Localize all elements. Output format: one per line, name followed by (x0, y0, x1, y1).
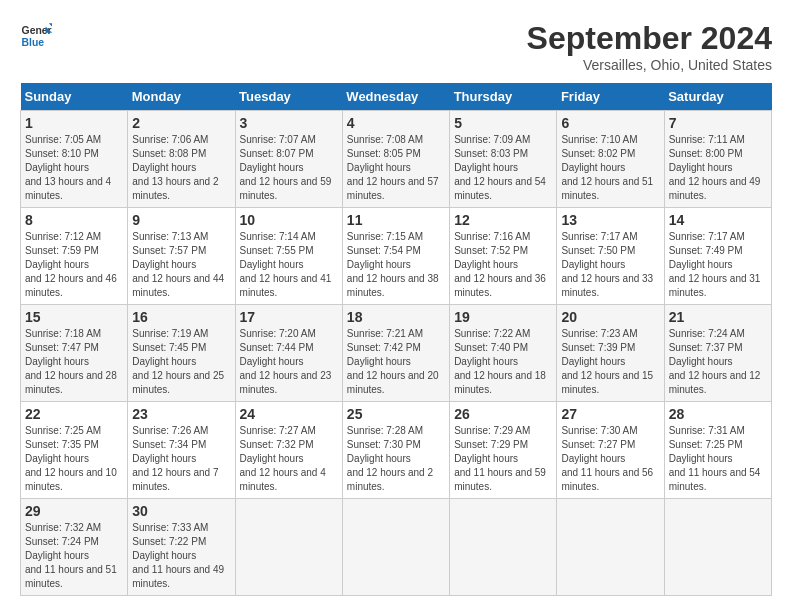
calendar-cell (235, 499, 342, 596)
calendar-cell: 2 Sunrise: 7:06 AM Sunset: 8:08 PM Dayli… (128, 111, 235, 208)
day-number: 21 (669, 309, 767, 325)
calendar-week-2: 8 Sunrise: 7:12 AM Sunset: 7:59 PM Dayli… (21, 208, 772, 305)
calendar-cell: 22 Sunrise: 7:25 AM Sunset: 7:35 PM Dayl… (21, 402, 128, 499)
day-number: 17 (240, 309, 338, 325)
calendar-cell (342, 499, 449, 596)
day-number: 23 (132, 406, 230, 422)
day-number: 27 (561, 406, 659, 422)
day-info: Sunrise: 7:22 AM Sunset: 7:40 PM Dayligh… (454, 327, 552, 397)
header-row: Sunday Monday Tuesday Wednesday Thursday… (21, 83, 772, 111)
day-info: Sunrise: 7:11 AM Sunset: 8:00 PM Dayligh… (669, 133, 767, 203)
day-number: 22 (25, 406, 123, 422)
header: General Blue September 2024 Versailles, … (20, 20, 772, 73)
day-info: Sunrise: 7:19 AM Sunset: 7:45 PM Dayligh… (132, 327, 230, 397)
day-number: 8 (25, 212, 123, 228)
calendar-cell: 6 Sunrise: 7:10 AM Sunset: 8:02 PM Dayli… (557, 111, 664, 208)
location: Versailles, Ohio, United States (527, 57, 772, 73)
day-info: Sunrise: 7:06 AM Sunset: 8:08 PM Dayligh… (132, 133, 230, 203)
day-info: Sunrise: 7:13 AM Sunset: 7:57 PM Dayligh… (132, 230, 230, 300)
day-info: Sunrise: 7:18 AM Sunset: 7:47 PM Dayligh… (25, 327, 123, 397)
calendar-table: Sunday Monday Tuesday Wednesday Thursday… (20, 83, 772, 596)
calendar-cell: 20 Sunrise: 7:23 AM Sunset: 7:39 PM Dayl… (557, 305, 664, 402)
day-info: Sunrise: 7:33 AM Sunset: 7:22 PM Dayligh… (132, 521, 230, 591)
day-number: 11 (347, 212, 445, 228)
day-number: 20 (561, 309, 659, 325)
calendar-cell: 27 Sunrise: 7:30 AM Sunset: 7:27 PM Dayl… (557, 402, 664, 499)
day-info: Sunrise: 7:14 AM Sunset: 7:55 PM Dayligh… (240, 230, 338, 300)
svg-text:Blue: Blue (22, 37, 45, 48)
day-info: Sunrise: 7:09 AM Sunset: 8:03 PM Dayligh… (454, 133, 552, 203)
calendar-cell: 17 Sunrise: 7:20 AM Sunset: 7:44 PM Dayl… (235, 305, 342, 402)
day-info: Sunrise: 7:10 AM Sunset: 8:02 PM Dayligh… (561, 133, 659, 203)
day-info: Sunrise: 7:23 AM Sunset: 7:39 PM Dayligh… (561, 327, 659, 397)
day-number: 15 (25, 309, 123, 325)
day-info: Sunrise: 7:26 AM Sunset: 7:34 PM Dayligh… (132, 424, 230, 494)
day-info: Sunrise: 7:05 AM Sunset: 8:10 PM Dayligh… (25, 133, 123, 203)
day-info: Sunrise: 7:16 AM Sunset: 7:52 PM Dayligh… (454, 230, 552, 300)
day-number: 29 (25, 503, 123, 519)
logo: General Blue (20, 20, 52, 52)
calendar-cell: 30 Sunrise: 7:33 AM Sunset: 7:22 PM Dayl… (128, 499, 235, 596)
day-info: Sunrise: 7:25 AM Sunset: 7:35 PM Dayligh… (25, 424, 123, 494)
day-info: Sunrise: 7:17 AM Sunset: 7:49 PM Dayligh… (669, 230, 767, 300)
col-thursday: Thursday (450, 83, 557, 111)
calendar-cell: 13 Sunrise: 7:17 AM Sunset: 7:50 PM Dayl… (557, 208, 664, 305)
day-number: 1 (25, 115, 123, 131)
title-area: September 2024 Versailles, Ohio, United … (527, 20, 772, 73)
day-info: Sunrise: 7:24 AM Sunset: 7:37 PM Dayligh… (669, 327, 767, 397)
day-number: 2 (132, 115, 230, 131)
calendar-cell: 21 Sunrise: 7:24 AM Sunset: 7:37 PM Dayl… (664, 305, 771, 402)
day-number: 19 (454, 309, 552, 325)
calendar-cell (557, 499, 664, 596)
day-number: 30 (132, 503, 230, 519)
calendar-cell: 9 Sunrise: 7:13 AM Sunset: 7:57 PM Dayli… (128, 208, 235, 305)
calendar-cell: 26 Sunrise: 7:29 AM Sunset: 7:29 PM Dayl… (450, 402, 557, 499)
calendar-week-4: 22 Sunrise: 7:25 AM Sunset: 7:35 PM Dayl… (21, 402, 772, 499)
calendar-cell: 24 Sunrise: 7:27 AM Sunset: 7:32 PM Dayl… (235, 402, 342, 499)
col-sunday: Sunday (21, 83, 128, 111)
calendar-cell: 3 Sunrise: 7:07 AM Sunset: 8:07 PM Dayli… (235, 111, 342, 208)
calendar-cell: 7 Sunrise: 7:11 AM Sunset: 8:00 PM Dayli… (664, 111, 771, 208)
day-number: 6 (561, 115, 659, 131)
day-info: Sunrise: 7:32 AM Sunset: 7:24 PM Dayligh… (25, 521, 123, 591)
calendar-cell: 28 Sunrise: 7:31 AM Sunset: 7:25 PM Dayl… (664, 402, 771, 499)
day-number: 9 (132, 212, 230, 228)
day-info: Sunrise: 7:07 AM Sunset: 8:07 PM Dayligh… (240, 133, 338, 203)
logo-icon: General Blue (20, 20, 52, 52)
month-title: September 2024 (527, 20, 772, 57)
col-wednesday: Wednesday (342, 83, 449, 111)
day-number: 4 (347, 115, 445, 131)
day-info: Sunrise: 7:08 AM Sunset: 8:05 PM Dayligh… (347, 133, 445, 203)
day-number: 25 (347, 406, 445, 422)
calendar-cell: 16 Sunrise: 7:19 AM Sunset: 7:45 PM Dayl… (128, 305, 235, 402)
calendar-cell: 11 Sunrise: 7:15 AM Sunset: 7:54 PM Dayl… (342, 208, 449, 305)
col-friday: Friday (557, 83, 664, 111)
day-number: 7 (669, 115, 767, 131)
day-number: 12 (454, 212, 552, 228)
calendar-cell: 29 Sunrise: 7:32 AM Sunset: 7:24 PM Dayl… (21, 499, 128, 596)
day-info: Sunrise: 7:27 AM Sunset: 7:32 PM Dayligh… (240, 424, 338, 494)
col-monday: Monday (128, 83, 235, 111)
day-number: 26 (454, 406, 552, 422)
day-number: 13 (561, 212, 659, 228)
day-number: 14 (669, 212, 767, 228)
day-info: Sunrise: 7:29 AM Sunset: 7:29 PM Dayligh… (454, 424, 552, 494)
calendar-cell: 18 Sunrise: 7:21 AM Sunset: 7:42 PM Dayl… (342, 305, 449, 402)
calendar-cell (664, 499, 771, 596)
day-number: 10 (240, 212, 338, 228)
calendar-week-1: 1 Sunrise: 7:05 AM Sunset: 8:10 PM Dayli… (21, 111, 772, 208)
day-info: Sunrise: 7:20 AM Sunset: 7:44 PM Dayligh… (240, 327, 338, 397)
calendar-week-5: 29 Sunrise: 7:32 AM Sunset: 7:24 PM Dayl… (21, 499, 772, 596)
day-number: 16 (132, 309, 230, 325)
day-info: Sunrise: 7:15 AM Sunset: 7:54 PM Dayligh… (347, 230, 445, 300)
calendar-cell: 15 Sunrise: 7:18 AM Sunset: 7:47 PM Dayl… (21, 305, 128, 402)
calendar-cell (450, 499, 557, 596)
day-info: Sunrise: 7:28 AM Sunset: 7:30 PM Dayligh… (347, 424, 445, 494)
calendar-cell: 12 Sunrise: 7:16 AM Sunset: 7:52 PM Dayl… (450, 208, 557, 305)
day-number: 24 (240, 406, 338, 422)
calendar-cell: 4 Sunrise: 7:08 AM Sunset: 8:05 PM Dayli… (342, 111, 449, 208)
calendar-cell: 14 Sunrise: 7:17 AM Sunset: 7:49 PM Dayl… (664, 208, 771, 305)
day-info: Sunrise: 7:12 AM Sunset: 7:59 PM Dayligh… (25, 230, 123, 300)
day-number: 3 (240, 115, 338, 131)
col-saturday: Saturday (664, 83, 771, 111)
